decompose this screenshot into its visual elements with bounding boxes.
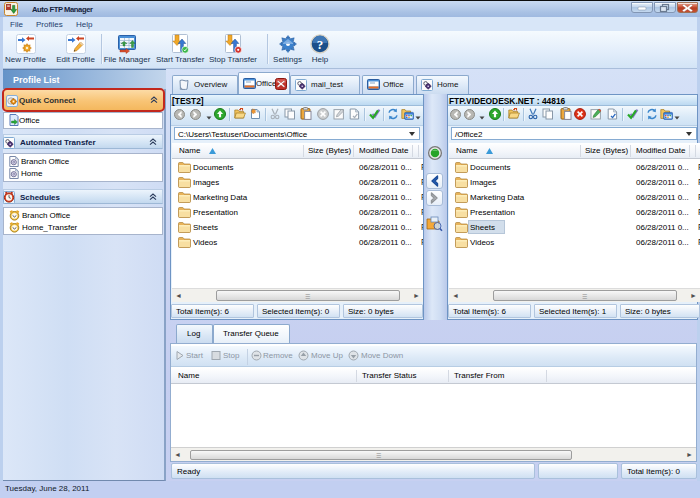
svg-text:?: ? — [317, 37, 324, 52]
